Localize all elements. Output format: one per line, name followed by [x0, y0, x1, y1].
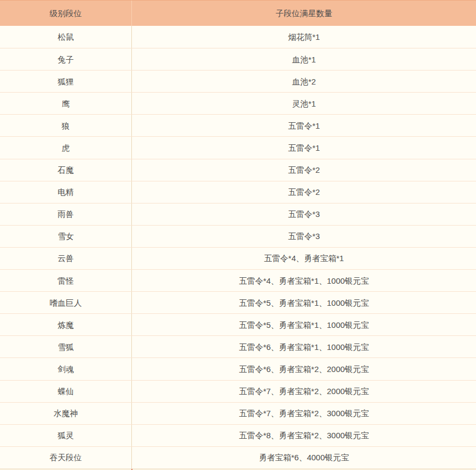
rank-cell: 松鼠: [0, 26, 132, 48]
table-row: 雪狐 五雷令*6、勇者宝箱*1、1000银元宝: [0, 335, 476, 357]
column-header-reward: 子段位满星数量: [132, 1, 476, 26]
table-row: 狼 五雷令*1: [0, 114, 476, 136]
table-row: 雷怪 五雷令*4、勇者宝箱*1、1000银元宝: [0, 269, 476, 291]
table-row: 雪女 五雷令*3: [0, 225, 476, 247]
table-row: 狐灵 五雷令*8、勇者宝箱*2、3000银元宝: [0, 424, 476, 446]
table-row: 兔子 血池*1: [0, 48, 476, 70]
reward-cell: 五雷令*1: [132, 137, 476, 158]
reward-cell: 五雷令*1: [132, 115, 476, 136]
rank-cell: 云兽: [0, 248, 132, 269]
reward-cell: 五雷令*5、勇者宝箱*1、1000银元宝: [132, 314, 476, 335]
table-header: 级别段位 子段位满星数量: [0, 0, 476, 26]
table-row: 炼魔 五雷令*5、勇者宝箱*1、1000银元宝: [0, 313, 476, 335]
rank-cell: 吞天段位: [0, 447, 132, 468]
rank-cell: 蝶仙: [0, 381, 132, 402]
table-row: 嗜血巨人 五雷令*5、勇者宝箱*1、1000银元宝: [0, 291, 476, 313]
rank-cell: 雨兽: [0, 204, 132, 225]
table-row: 蝶仙 五雷令*7、勇者宝箱*2、2000银元宝: [0, 380, 476, 402]
reward-cell: 五雷令*6、勇者宝箱*1、1000银元宝: [132, 336, 476, 357]
table-row: 电精 五雷令*2: [0, 181, 476, 203]
table-row: 虎 五雷令*1: [0, 136, 476, 158]
rank-cell: 电精: [0, 181, 132, 203]
reward-cell: 五雷令*8、勇者宝箱*2、3000银元宝: [132, 425, 476, 446]
table-row: 水魔神 五雷令*7、勇者宝箱*2、3000银元宝: [0, 402, 476, 424]
reward-cell: 五雷令*6、勇者宝箱*2、2000银元宝: [132, 358, 476, 380]
rank-cell: 水魔神: [0, 403, 132, 424]
reward-cell: 血池*2: [132, 71, 476, 92]
table-row: 石魔 五雷令*2: [0, 159, 476, 181]
reward-cell: 灵池*1: [132, 93, 476, 114]
table-row: 鹰 灵池*1: [0, 92, 476, 114]
reward-cell: 五雷令*3: [132, 204, 476, 225]
rank-cell: 虎: [0, 137, 132, 158]
rank-cell: 雪女: [0, 226, 132, 247]
reward-cell: 五雷令*4、勇者宝箱*1、1000银元宝: [132, 270, 476, 291]
reward-cell: 勇者宝箱*6、4000银元宝: [132, 447, 476, 468]
rank-cell: 剑魂: [0, 358, 132, 380]
reward-cell: 五雷令*2: [132, 181, 476, 203]
rank-cell: 狐灵: [0, 425, 132, 446]
reward-cell: 五雷令*7、勇者宝箱*2、3000银元宝: [132, 403, 476, 424]
rank-cell: 鹰: [0, 93, 132, 114]
reward-cell: 五雷令*7、勇者宝箱*2、2000银元宝: [132, 381, 476, 402]
rank-cell: 雪狐: [0, 336, 132, 357]
rank-cell: 嗜血巨人: [0, 292, 132, 313]
table-row: 吞天段位 勇者宝箱*6、4000银元宝: [0, 446, 476, 468]
rank-cell: 雷怪: [0, 270, 132, 291]
rank-cell: 狼: [0, 115, 132, 136]
reward-cell: 五雷令*2: [132, 159, 476, 181]
table-row: 剑魂 五雷令*6、勇者宝箱*2、2000银元宝: [0, 357, 476, 380]
table-body: 松鼠 烟花筒*1 兔子 血池*1 狐狸 血池*2 鹰 灵池*1 狼 五雷令*1 …: [0, 26, 476, 468]
reward-cell: 五雷令*5、勇者宝箱*1、1000银元宝: [132, 292, 476, 313]
reward-cell: 烟花筒*1: [132, 26, 476, 48]
rank-cell: 狐狸: [0, 71, 132, 92]
rank-cell: 兔子: [0, 48, 132, 70]
table-row: 松鼠 烟花筒*1: [0, 26, 476, 48]
table-row: 雨兽 五雷令*3: [0, 203, 476, 225]
rank-rewards-table: 级别段位 子段位满星数量 松鼠 烟花筒*1 兔子 血池*1 狐狸 血池*2 鹰 …: [0, 0, 476, 470]
rank-cell: 石魔: [0, 159, 132, 181]
column-header-rank: 级别段位: [0, 1, 132, 26]
table-row: 云兽 五雷令*4、勇者宝箱*1: [0, 247, 476, 269]
table-row: 狐狸 血池*2: [0, 70, 476, 92]
reward-cell: 五雷令*3: [132, 226, 476, 247]
rank-cell: 炼魔: [0, 314, 132, 335]
reward-cell: 五雷令*4、勇者宝箱*1: [132, 248, 476, 269]
reward-cell: 血池*1: [132, 48, 476, 70]
